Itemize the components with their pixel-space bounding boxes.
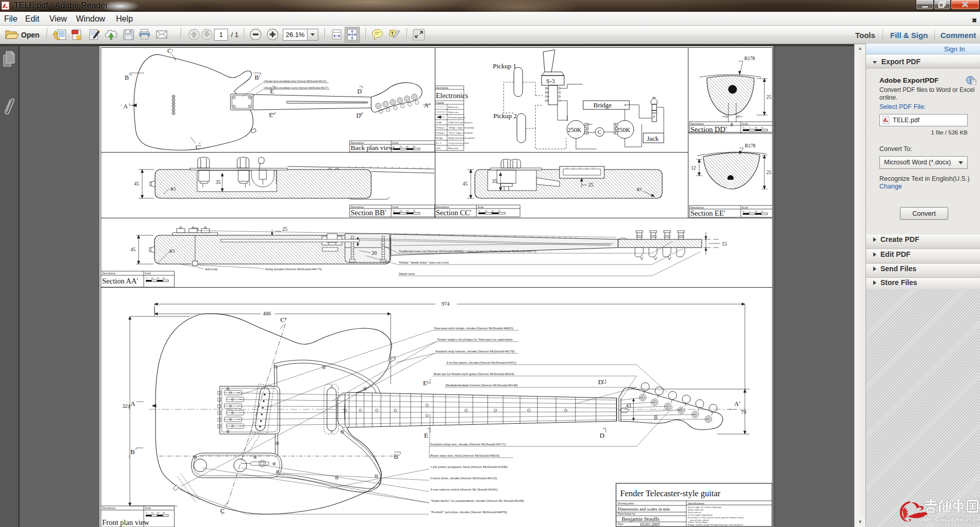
svg-text:Electronics: Electronics	[436, 92, 468, 100]
svg-text:Dimensions and scales in mm: Dimensions and scales in mm	[618, 506, 670, 512]
svg-text:Fender single-coil pickups for: Fender single-coil pickups for Telecaste…	[437, 337, 512, 342]
svg-text:0: 0	[146, 512, 147, 514]
svg-text:Section AA': Section AA'	[102, 277, 138, 285]
svg-text:Black wire: Black wire	[448, 106, 458, 108]
svg-text:45: 45	[130, 247, 136, 252]
svg-text:79: 79	[741, 409, 746, 415]
svg-text:Telecaster-style bridge, chrom: Telecaster-style bridge, chrome (Stewart…	[434, 326, 513, 330]
svg-text:Control plate, chrome (Stewart: Control plate, chrome (Stewart McDonald …	[430, 476, 497, 480]
svg-text:Scale: Scale	[392, 205, 398, 209]
svg-text:45: 45	[463, 181, 468, 186]
svg-text:3-way selector switch (Stewart: 3-way selector switch (Stewart Mc Donald…	[430, 487, 497, 492]
svg-text:25: 25	[766, 95, 772, 100]
svg-text:"Football" jack plate, chrome: "Football" jack plate, chrome (Stewart M…	[430, 510, 507, 514]
svg-text:E': E'	[423, 379, 428, 387]
svg-text:Description: Description	[690, 206, 704, 209]
svg-text:12: 12	[691, 165, 696, 171]
svg-text:D': D'	[598, 378, 604, 386]
svg-text:Scale: Scale	[742, 206, 748, 209]
svg-text:B': B'	[255, 74, 260, 81]
svg-text:Section EE': Section EE'	[690, 209, 725, 217]
svg-text:Scale: Scale	[477, 205, 484, 209]
svg-text:5: 5	[749, 210, 751, 213]
svg-text:Pickup 1: Pickup 1	[493, 62, 516, 70]
svg-text:05/01/2005: 05/01/2005	[640, 522, 660, 527]
svg-text:Maple neck: Maple neck	[399, 272, 415, 275]
svg-text:20: 20	[399, 145, 402, 148]
svg-text:E': E'	[269, 111, 274, 119]
svg-text:A': A'	[424, 102, 430, 109]
svg-text:Date:: Date:	[618, 522, 624, 525]
svg-text:60: 60	[413, 145, 416, 148]
svg-text:B: B	[125, 74, 129, 81]
svg-text:0: 0	[743, 210, 744, 213]
svg-text:Description: Description	[436, 205, 449, 209]
svg-text:Walnut "skunk stripe" truss ro: Walnut "skunk stripe" truss rod cover	[399, 260, 449, 264]
svg-text:0: 0	[743, 126, 744, 129]
svg-text:10: 10	[485, 210, 488, 212]
svg-text:250K: 250K	[568, 126, 582, 134]
svg-text:250K LOG Potentiometer: 250K LOG Potentiometer	[448, 121, 473, 124]
svg-text:30: 30	[498, 210, 501, 212]
svg-text:Bone nut for Fender-style guit: Bone nut for Fender-style guitar (Stewar…	[434, 372, 514, 376]
svg-text:10: 10	[151, 277, 154, 279]
svg-text:5: 5	[749, 126, 751, 129]
svg-text:R178: R178	[744, 56, 755, 61]
svg-text:Description: Description	[102, 272, 116, 275]
svg-text:20: 20	[372, 250, 377, 256]
svg-text:Front plan view: Front plan view	[102, 518, 149, 526]
svg-text:A: A	[130, 400, 136, 407]
svg-text:25: 25	[282, 226, 287, 232]
svg-text:A': A'	[734, 400, 740, 407]
svg-text:Plans drawn by:: Plans drawn by:	[618, 512, 636, 515]
svg-text:10: 10	[399, 210, 402, 212]
svg-text:0: 0	[478, 210, 480, 212]
svg-text:Description: Description	[351, 205, 364, 209]
svg-text:Jack: Jack	[647, 135, 659, 142]
svg-text:Bridge: Bridge	[593, 101, 612, 109]
svg-text:Section CC': Section CC'	[436, 209, 471, 217]
svg-text:Scale: Scale	[145, 272, 151, 275]
svg-text:10: 10	[151, 512, 154, 514]
svg-text:Medium/medium fretwire (Stewar: Medium/medium fretwire (Stewart McDonald…	[446, 383, 517, 387]
svg-text:C: C	[220, 507, 225, 515]
svg-text:35: 35	[492, 178, 497, 184]
svg-text:15: 15	[761, 126, 764, 129]
svg-text:20: 20	[406, 210, 409, 212]
svg-text:"Bridge" single-coil pickup: "Bridge" single-coil pickup	[448, 126, 474, 129]
svg-text:Jack: Jack	[436, 147, 440, 149]
svg-text:Standard strap buttons, chrome: Standard strap buttons, chrome (Stewart …	[435, 349, 514, 353]
svg-text:B: B	[130, 448, 135, 456]
svg-text:974: 974	[441, 301, 450, 307]
svg-text:Bridge-intermediate ground: Bridge-intermediate ground	[448, 137, 475, 139]
svg-text:250K: 250K	[436, 121, 442, 124]
svg-text:D: D	[600, 431, 604, 439]
svg-text:C: C	[167, 47, 171, 54]
svg-text:43: 43	[626, 403, 631, 408]
svg-text:Plastic inlay dots, black (Ste: Plastic inlay dots, black (Stewart McDon…	[430, 454, 499, 458]
svg-text:15: 15	[722, 241, 727, 247]
svg-text:25: 25	[588, 182, 593, 187]
svg-text:30: 30	[162, 512, 165, 514]
svg-text:406: 406	[263, 311, 271, 316]
svg-text:Section BB': Section BB'	[351, 209, 386, 217]
svg-text:Benjamin Stouffs: Benjamin Stouffs	[622, 516, 660, 522]
svg-text:"Dome knobs" for potentiometer: "Dome knobs" for potentiometer, chrome (…	[430, 499, 524, 503]
svg-text:Section DD': Section DD'	[690, 125, 727, 134]
svg-text:D: D	[357, 88, 362, 95]
svg-text:0: 0	[146, 277, 147, 279]
svg-text:1-ply plastic pickguard, black: 1-ply plastic pickguard, black (Stewart …	[430, 465, 507, 469]
svg-text:C: C	[598, 129, 601, 135]
svg-text:Description: Description	[436, 86, 449, 89]
svg-text:bbs.GuitarChina.com: bbs.GuitarChina.com	[924, 516, 979, 523]
svg-text:S1–3: S1–3	[436, 142, 441, 144]
svg-text:R5: R5	[637, 187, 642, 192]
svg-text:40: 40	[406, 145, 409, 148]
svg-text:Mono jack: Mono jack	[448, 147, 458, 149]
svg-text:B': B'	[394, 453, 399, 460]
svg-text:C': C'	[280, 316, 286, 324]
svg-text:Ash body: Ash body	[205, 267, 218, 271]
svg-text:Scale: Scale	[145, 506, 151, 510]
svg-text:10: 10	[755, 210, 758, 213]
svg-text:Description: Description	[102, 506, 116, 510]
